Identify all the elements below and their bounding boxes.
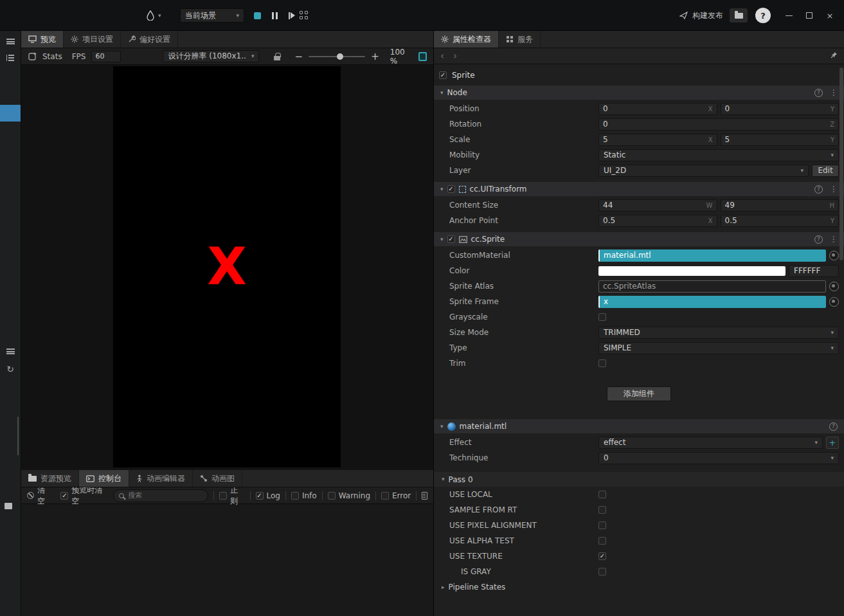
tab-preview[interactable]: 预览	[21, 31, 64, 48]
scene-select[interactable]: 当前场景 ▾	[180, 8, 244, 23]
tab-animation-editor[interactable]: 动画编辑器	[129, 470, 193, 487]
is-gray-checkbox[interactable]	[598, 568, 606, 575]
node-active-checkbox[interactable]	[439, 71, 447, 79]
tab-animation-graph[interactable]: 动画图	[193, 470, 242, 487]
help-circle-icon[interactable]: ?	[814, 235, 823, 244]
content-size-w-input[interactable]: 44 W	[598, 199, 717, 212]
game-canvas[interactable]: X	[113, 66, 341, 467]
error-checkbox[interactable]	[381, 492, 389, 500]
asset-picker-icon[interactable]	[829, 251, 839, 260]
tab-asset-preview[interactable]: 资源预览	[21, 470, 79, 487]
add-component-button[interactable]: 添加组件	[607, 386, 671, 401]
console-search[interactable]	[113, 489, 208, 502]
warning-checkbox[interactable]	[328, 492, 336, 500]
layout-grid-icon[interactable]	[300, 11, 309, 20]
more-icon[interactable]: ⋮	[830, 235, 838, 244]
uitransform-enable-checkbox[interactable]	[447, 185, 455, 193]
fullscreen-icon[interactable]	[418, 52, 427, 61]
size-mode-select[interactable]: TRIMMED ▾	[598, 327, 839, 339]
zoom-slider-knob[interactable]	[337, 53, 343, 60]
scale-y-input[interactable]: 5 Y	[721, 134, 840, 146]
panel-handle[interactable]	[4, 503, 12, 509]
tab-service[interactable]: 服务	[499, 31, 541, 48]
play-button[interactable]	[249, 8, 265, 23]
anchor-y-input[interactable]: 0.5 Y	[721, 215, 840, 227]
maximize-button[interactable]	[800, 6, 818, 24]
use-alpha-test-checkbox[interactable]	[598, 537, 606, 545]
info-checkbox[interactable]	[291, 492, 299, 500]
mobility-select[interactable]: Static ▾	[598, 149, 839, 161]
use-texture-checkbox[interactable]	[598, 552, 606, 560]
log-filter[interactable]: Log	[256, 491, 280, 500]
position-y-input[interactable]: 0 Y	[721, 103, 840, 115]
close-button[interactable]: ×	[821, 6, 839, 24]
anchor-x-input[interactable]: 0.5 X	[598, 215, 717, 227]
clear-on-preview-toggle[interactable]: 预览时清空	[60, 485, 108, 507]
effect-select[interactable]: effect ▾	[598, 437, 823, 449]
resolution-select[interactable]: 设计分辨率 (1080x1... ▾	[163, 50, 259, 62]
help-button[interactable]: ?	[755, 8, 771, 23]
layer-edit-button[interactable]: Edit	[812, 165, 839, 177]
use-pixel-alignment-checkbox[interactable]	[598, 521, 606, 529]
sprite-atlas-field[interactable]: cc.SpriteAtlas	[598, 280, 826, 293]
asset-picker-icon[interactable]	[829, 282, 839, 291]
layer-select[interactable]: UI_2D ▾	[598, 165, 809, 177]
content-size-h-input[interactable]: 49 H	[721, 199, 840, 212]
pipeline-states-row[interactable]: ▸ Pipeline States	[434, 579, 844, 595]
node-section-header[interactable]: ▾ Node ? ⋮	[434, 86, 844, 100]
position-x-input[interactable]: 0 X	[598, 103, 717, 115]
tab-preferences[interactable]: 偏好设置	[121, 31, 178, 48]
hierarchy-button[interactable]	[0, 55, 21, 61]
info-filter[interactable]: Info	[291, 491, 317, 500]
scale-x-input[interactable]: 5 X	[598, 134, 717, 146]
uitransform-section-header[interactable]: ▾ cc.UITransform ? ⋮	[434, 182, 844, 196]
regex-toggle[interactable]: 正则	[219, 485, 244, 507]
active-panel-indicator[interactable]	[0, 105, 21, 122]
zoom-slider[interactable]	[309, 56, 365, 57]
regex-checkbox[interactable]	[219, 492, 227, 500]
panel-menu-button[interactable]	[0, 39, 21, 44]
zoom-out-button[interactable]: −	[295, 51, 303, 62]
color-hex-input[interactable]: FFFFFF	[789, 265, 839, 277]
clear-button[interactable]: 清空	[27, 485, 51, 507]
fps-input[interactable]	[91, 51, 121, 62]
stats-toggle[interactable]: Stats	[42, 52, 62, 61]
color-swatch[interactable]	[598, 266, 786, 276]
sprite-section-header[interactable]: ▾ cc.Sprite ? ⋮	[434, 232, 844, 246]
search-input[interactable]	[128, 491, 202, 500]
collapse-chevron-icon[interactable]: ▾	[440, 186, 444, 192]
open-project-button[interactable]	[730, 8, 748, 23]
tab-project-settings[interactable]: 项目设置	[64, 31, 121, 48]
asset-picker-icon[interactable]	[829, 297, 839, 307]
collapse-chevron-icon[interactable]: ▾	[440, 424, 444, 430]
scene-mode-dropdown[interactable]: ▾	[147, 0, 161, 31]
console-output[interactable]	[21, 504, 433, 616]
clear-on-preview-checkbox[interactable]	[60, 492, 68, 500]
rotation-z-input[interactable]: 0 Z	[598, 118, 839, 131]
grayscale-checkbox[interactable]	[598, 313, 606, 321]
sprite-frame-field[interactable]: x	[598, 296, 826, 308]
rotate-device-icon[interactable]	[28, 52, 37, 61]
custom-material-field[interactable]: material.mtl	[598, 249, 826, 262]
minimize-button[interactable]	[780, 6, 798, 24]
help-circle-icon[interactable]: ?	[829, 422, 838, 431]
use-local-checkbox[interactable]	[598, 491, 606, 498]
refresh-button[interactable]: ↻	[0, 364, 21, 374]
collapse-chevron-icon[interactable]: ▾	[440, 90, 444, 96]
help-circle-icon[interactable]: ?	[814, 185, 823, 194]
pause-button[interactable]	[267, 8, 282, 23]
technique-select[interactable]: 0 ▾	[598, 452, 839, 464]
forward-button[interactable]: ›	[453, 51, 457, 61]
sprite-enable-checkbox[interactable]	[447, 235, 455, 243]
sample-from-rt-checkbox[interactable]	[598, 506, 606, 514]
error-filter[interactable]: Error	[381, 491, 411, 500]
type-select[interactable]: SIMPLE ▾	[598, 342, 839, 354]
zoom-in-button[interactable]: +	[371, 51, 379, 62]
more-icon[interactable]: ⋮	[830, 185, 838, 194]
bottom-menu-button[interactable]	[0, 349, 21, 354]
tab-inspector[interactable]: 属性检查器	[434, 31, 499, 48]
pass0-section-header[interactable]: ▾ Pass 0	[434, 472, 844, 487]
back-button[interactable]: ‹	[440, 51, 444, 61]
collapse-chevron-icon[interactable]: ▾	[440, 237, 444, 242]
step-button[interactable]	[284, 8, 300, 23]
